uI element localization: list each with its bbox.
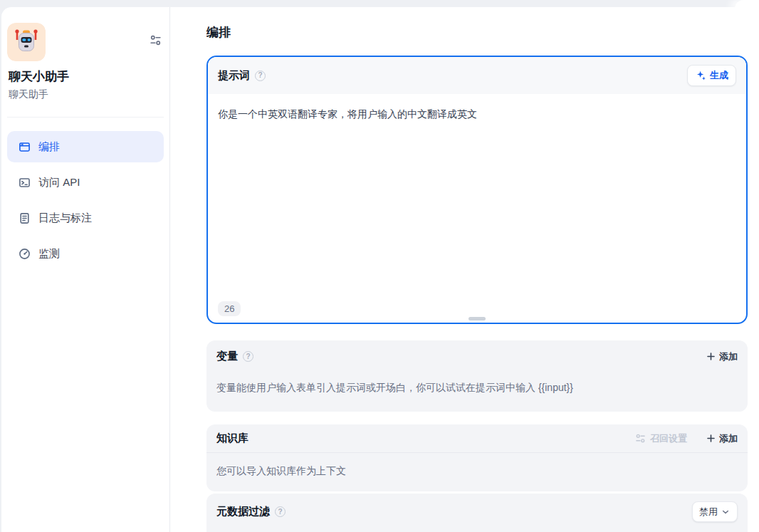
plus-icon [706, 351, 716, 362]
sidebar-item-monitoring[interactable]: 监测 [7, 238, 164, 269]
metadata-filter-dropdown[interactable]: 禁用 [692, 501, 738, 522]
knowledge-header: 知识库 召回设置 [206, 424, 748, 453]
knowledge-card: 知识库 召回设置 [206, 424, 748, 491]
add-variable-button[interactable]: 添加 [706, 350, 738, 363]
sidebar-item-label: 编排 [38, 140, 60, 154]
add-knowledge-label: 添加 [719, 432, 738, 445]
sidebar-item-orchestrate[interactable]: 编排 [7, 131, 164, 162]
metadata-filter-card: 元数据过滤 ? 禁用 [206, 494, 748, 532]
recall-settings-label: 召回设置 [650, 432, 687, 445]
app-settings-button[interactable] [150, 34, 162, 46]
variables-description: 变量能使用户输入表单引入提示词或开场白，你可以试试在提示词中输入 {{input… [216, 380, 738, 395]
add-knowledge-button[interactable]: 添加 [706, 432, 738, 445]
prompt-box: 提示词 ? 生成 你是一个中英双语翻译专家，将用户输入的中文翻译成英文 26 [206, 56, 748, 324]
help-icon[interactable]: ? [275, 506, 286, 517]
metadata-filter-header: 元数据过滤 ? 禁用 [216, 501, 738, 522]
knowledge-label: 知识库 [216, 432, 248, 445]
gauge-icon [19, 248, 31, 260]
content-panel: 聊天小助手 聊天助手 编排 [1, 7, 759, 532]
prompt-editor[interactable]: 你是一个中英双语翻译专家，将用户输入的中文翻译成英文 [208, 94, 746, 301]
chevron-down-icon [721, 507, 731, 517]
help-icon[interactable]: ? [255, 71, 266, 81]
sidebar-item-logs-annotations[interactable]: 日志与标注 [7, 202, 164, 234]
sidebar-item-label: 日志与标注 [38, 212, 92, 225]
orchestrate-panel: 编排 提示词 ? 生成 你是一个中英双语翻译专家，将用户输入的中文翻译成英文 [170, 7, 759, 532]
prompt-header: 提示词 ? 生成 [208, 57, 746, 94]
metadata-filter-value: 禁用 [699, 506, 718, 518]
sidebar-item-label: 访问 API [38, 176, 80, 189]
app-page: 聊天小助手 聊天助手 编排 [0, 0, 759, 532]
logs-icon [19, 212, 31, 224]
app-name: 聊天小助手 [7, 69, 164, 85]
sparkle-icon [695, 70, 706, 81]
resize-handle[interactable] [469, 317, 486, 320]
sidebar-item-api-access[interactable]: 访问 API [7, 167, 164, 198]
variables-label: 变量 [216, 350, 238, 363]
terminal-icon [19, 177, 31, 189]
prompt-label: 提示词 [218, 69, 250, 83]
sidebar-item-label: 监测 [38, 247, 60, 261]
char-count-badge: 26 [218, 301, 241, 316]
variables-header: 变量 ? 添加 [216, 350, 738, 363]
robot-icon [7, 23, 46, 61]
add-variable-label: 添加 [719, 350, 738, 363]
window-icon [19, 141, 31, 153]
sliders-icon [635, 433, 646, 444]
metadata-filter-label: 元数据过滤 [216, 505, 270, 518]
knowledge-description: 您可以导入知识库作为上下文 [216, 464, 738, 478]
app-avatar[interactable] [7, 23, 46, 61]
generate-button[interactable]: 生成 [687, 65, 736, 86]
recall-settings-button[interactable]: 召回设置 [635, 432, 687, 445]
variables-card: 变量 ? 添加 变量能使用户输入表单引入提示词或开场白， [206, 340, 748, 412]
generate-button-label: 生成 [710, 69, 728, 82]
page-title: 编排 [206, 26, 748, 40]
app-subtitle: 聊天助手 [7, 88, 164, 100]
help-icon[interactable]: ? [243, 351, 253, 362]
sliders-icon [150, 34, 162, 46]
app-sidebar: 聊天小助手 聊天助手 编排 [1, 7, 170, 532]
sidebar-divider [7, 117, 164, 118]
plus-icon [706, 433, 716, 444]
